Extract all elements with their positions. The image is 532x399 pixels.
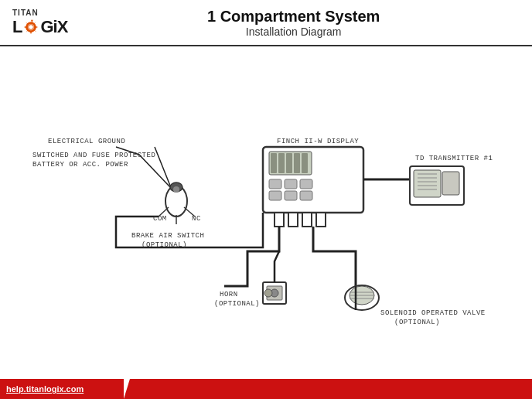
- svg-rect-11: [285, 179, 297, 189]
- svg-rect-14: [285, 191, 297, 200]
- page-subtitle: Installation Diagram: [67, 26, 520, 38]
- diagram-area: ELECTRICAL GROUND SWITCHED AND FUSE PROT…: [0, 46, 532, 379]
- svg-rect-12: [300, 179, 312, 189]
- footer-stripe: [124, 379, 532, 399]
- header-title-area: 1 Compartment System Installation Diagra…: [67, 8, 520, 38]
- nc-label: NC: [192, 215, 201, 223]
- electrical-ground-label: ELECTRICAL GROUND: [48, 138, 125, 145]
- brake-air-label-1: BRAKE AIR SWITCH: [131, 232, 204, 240]
- diagram-svg: [0, 46, 532, 379]
- td-transmitter-label: TD TRANSMITTER #1: [415, 155, 493, 162]
- svg-rect-16: [275, 213, 284, 227]
- svg-rect-15: [300, 191, 312, 200]
- svg-rect-9: [302, 153, 308, 173]
- svg-rect-19: [316, 213, 326, 227]
- header: TITAN L GiX 1 Compartment System Install…: [0, 0, 532, 46]
- page-title: 1 Compartment System: [67, 8, 520, 26]
- solenoid-label-1: SOLENOID OPERATED VALVE: [380, 309, 486, 317]
- footer-link-area[interactable]: help.titanlogix.com: [0, 379, 124, 399]
- finch-display-label: FINCH II-W DISPLAY: [277, 138, 359, 145]
- gear-icon: [22, 19, 39, 36]
- footer: help.titanlogix.com: [0, 379, 532, 399]
- svg-point-2: [29, 25, 34, 29]
- logo-titan-text: TITAN: [12, 9, 39, 17]
- svg-rect-10: [269, 179, 281, 189]
- svg-rect-27: [442, 172, 459, 195]
- horn-label-2: (OPTIONAL): [214, 300, 260, 308]
- logo: TITAN L GiX: [12, 9, 67, 37]
- logo-logix-text: L GiX: [12, 17, 67, 37]
- svg-rect-5: [271, 153, 277, 173]
- solenoid-label-2: (OPTIONAL): [394, 319, 440, 326]
- svg-rect-6: [278, 153, 285, 173]
- svg-rect-7: [286, 153, 292, 173]
- svg-point-30: [173, 186, 179, 193]
- svg-rect-18: [302, 213, 312, 227]
- svg-rect-8: [294, 153, 300, 173]
- switched-battery-label-1: SWITCHED AND FUSE PROTECTED: [32, 152, 155, 159]
- com-label: COM: [153, 215, 167, 223]
- svg-point-37: [264, 289, 272, 297]
- horn-label-1: HORN: [220, 291, 238, 298]
- footer-link[interactable]: help.titanlogix.com: [6, 384, 84, 394]
- switched-battery-label-2: BATTERY OR ACC. POWER: [32, 161, 128, 169]
- svg-rect-13: [269, 191, 281, 200]
- svg-rect-17: [288, 213, 298, 227]
- brake-air-label-2: (OPTIONAL): [142, 241, 187, 249]
